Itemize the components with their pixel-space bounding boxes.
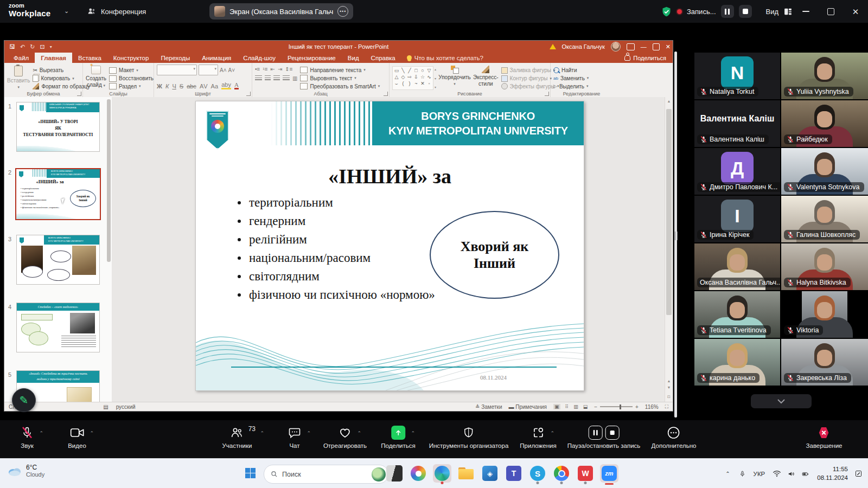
- participant-tile-закревська-ліза[interactable]: Закревська Ліза: [781, 339, 868, 386]
- toolbar-share-button[interactable]: ⌃Поделиться: [381, 425, 416, 449]
- slide-thumbnail-4[interactable]: Стейнбек – «поет знедолених»: [16, 303, 100, 352]
- dialog-launcher-icon[interactable]: [246, 92, 251, 96]
- participant-tile-валентина-каліш[interactable]: Валентина КалішВалентина Каліш: [694, 100, 780, 147]
- participant-tile-halyna-bitkivska[interactable]: Halyna Bitkivska: [781, 243, 868, 290]
- toolbar-host-tools-button[interactable]: Инструменты организатора: [429, 425, 509, 449]
- start-button[interactable]: [245, 468, 256, 478]
- ribbon-tab-конструктор[interactable]: Конструктор: [107, 53, 155, 63]
- layout-button[interactable]: Макет▾: [109, 67, 154, 74]
- participant-tile-yuliia-vyshnytska[interactable]: Yuliia Vyshnytska: [781, 53, 868, 99]
- slide-sorter-icon[interactable]: ⠿: [565, 404, 569, 409]
- annotation-pencil-tool[interactable]: ✎: [12, 388, 36, 412]
- toolbar-participants-button[interactable]: 73⌃Участники: [222, 425, 252, 449]
- new-slide-button[interactable]: Создатьслайд ▾: [86, 65, 106, 90]
- shape-5[interactable]: ▽: [426, 67, 432, 74]
- ribbon-tab-вставка[interactable]: Вставка: [72, 53, 107, 63]
- find-button[interactable]: Найти: [553, 66, 589, 74]
- ribbon-tab-переходы[interactable]: Переходы: [155, 53, 196, 63]
- font-style-button-1[interactable]: К: [165, 83, 169, 89]
- toolbar-more-button[interactable]: Дополнительно: [652, 425, 697, 449]
- pen-battery-icon[interactable]: [801, 470, 809, 478]
- tab-meeting[interactable]: Конференция: [87, 0, 146, 23]
- slideshow-view-icon[interactable]: ⬓: [583, 404, 588, 409]
- participant-tile-галина-шовкопляс[interactable]: Галина Шовкопляс: [781, 196, 868, 242]
- select-button[interactable]: ▷Выделить▾: [553, 82, 589, 90]
- ribbon-tab-слайд-шоу[interactable]: Слайд-шоу: [237, 53, 282, 63]
- grow-font-icon[interactable]: А˄: [220, 67, 227, 73]
- slide-oval-callout[interactable]: Хворий як Інший: [430, 211, 559, 299]
- participant-tile-райбедюк[interactable]: Райбедюк: [781, 100, 868, 147]
- shape-13[interactable]: (: [400, 80, 406, 87]
- slide-bullet-list[interactable]: територіальнимгендернимрелігійнимнаціона…: [238, 194, 435, 304]
- dialog-launcher-icon[interactable]: [77, 92, 81, 96]
- shape-8[interactable]: ⇨: [406, 74, 413, 80]
- gallery-collapse-button[interactable]: [751, 394, 812, 408]
- columns-icon[interactable]: ▥: [292, 75, 297, 81]
- shape-3[interactable]: □: [413, 67, 419, 74]
- text-direction-button[interactable]: Направление текста▾: [300, 66, 380, 74]
- ribbon-tab-файл[interactable]: Файл: [8, 53, 35, 63]
- format-painter-button[interactable]: Формат по образцу: [33, 82, 90, 90]
- thumbnail-scrollbar[interactable]: [107, 99, 111, 262]
- stop-recording-button[interactable]: [739, 5, 752, 18]
- align-right-icon[interactable]: [273, 75, 280, 81]
- slide-title[interactable]: «ІНШИЙ» за: [196, 164, 584, 188]
- toolbar-react-button[interactable]: ⌃Отреагировать: [323, 425, 367, 449]
- zoom-slider[interactable]: −+: [594, 404, 639, 410]
- view-layout-icon[interactable]: [783, 7, 793, 16]
- align-left-icon[interactable]: [255, 75, 262, 81]
- font-size-select[interactable]: [199, 65, 218, 75]
- align-text-button[interactable]: Выровнять текст▾: [300, 74, 380, 82]
- search-highlight-image[interactable]: [372, 467, 386, 481]
- chevron-up-icon[interactable]: ⌃: [90, 431, 94, 436]
- chevron-up-icon[interactable]: ⌃: [39, 431, 43, 436]
- slide-thumbnail-1[interactable]: КИЇВСЬКИЙ СТОЛИЧНИЙ УНІВЕРСИТЕТІМЕНІ БОР…: [16, 102, 100, 152]
- security-shield-icon[interactable]: [661, 6, 672, 17]
- taskbar-app-photos[interactable]: [385, 464, 404, 483]
- slide-thumbnail-3[interactable]: BORYS GRINCHENKOKYIV METROPOLITAN UNIVER…: [16, 235, 100, 285]
- cut-button[interactable]: ✂Вырезать: [33, 67, 90, 74]
- section-button[interactable]: Раздел▾: [109, 82, 154, 90]
- language-switcher[interactable]: УКР: [754, 471, 765, 477]
- font-style-button-6[interactable]: Аа: [211, 83, 219, 89]
- canvas-scrollbar[interactable]: ▲ ▲ ▼ ⊡: [665, 97, 673, 402]
- shape-17[interactable]: ◦: [426, 80, 432, 87]
- shape-15[interactable]: ~: [413, 80, 419, 87]
- font-style-button-0[interactable]: Ж: [157, 83, 162, 89]
- ribbon-tab-вид[interactable]: Вид: [342, 53, 365, 63]
- current-slide[interactable]: BORYS GRINCHENKO KYIV METROPOLITAN UNIVE…: [195, 101, 584, 391]
- toolbar-apps-button[interactable]: ⌃Приложения: [520, 425, 556, 449]
- zoom-percentage[interactable]: 116%: [645, 404, 659, 410]
- minimize-button[interactable]: [793, 0, 818, 23]
- warning-icon[interactable]: [550, 44, 556, 49]
- line-spacing-icon[interactable]: ⇕≡: [285, 66, 292, 72]
- ppt-close-button[interactable]: ✕: [666, 43, 671, 50]
- participant-tile-nataliya-torkut[interactable]: NNataliya Torkut: [694, 53, 780, 99]
- taskbar-app-teams[interactable]: T: [505, 464, 523, 483]
- tray-mic-icon[interactable]: [739, 470, 746, 478]
- dialog-launcher-icon[interactable]: [545, 92, 549, 96]
- toolbar-video-button[interactable]: ⌃Видео: [68, 425, 86, 449]
- shapes-gallery[interactable]: ▭╲╱□○▽△◇⇨⇩☆∿⌣()~✕◦: [392, 66, 433, 90]
- dialog-launcher-icon[interactable]: [384, 92, 388, 96]
- search-box[interactable]: Поиск: [264, 465, 388, 484]
- wifi-icon[interactable]: [773, 470, 781, 477]
- spellcheck-icon[interactable]: ▤: [103, 404, 108, 410]
- ribbon-tab-анимация[interactable]: Анимация: [196, 53, 237, 63]
- ribbon-tab-рецензирование[interactable]: Рецензирование: [282, 53, 342, 63]
- chevron-up-icon[interactable]: ⌃: [411, 431, 415, 436]
- arrange-button[interactable]: Упорядочить▾: [439, 65, 470, 90]
- shapes-scroll[interactable]: ▴▾▾: [435, 66, 436, 90]
- align-center-icon[interactable]: [265, 75, 271, 81]
- replace-button[interactable]: abЗаменить▾: [553, 74, 589, 82]
- taskbar-app-zoom[interactable]: zm: [600, 464, 618, 483]
- ppt-restore-button[interactable]: [653, 43, 660, 50]
- copy-button[interactable]: Копировать▾: [33, 75, 90, 82]
- font-name-select[interactable]: [157, 65, 197, 75]
- clock[interactable]: 11:55 08.11.2024: [817, 465, 848, 482]
- redo-icon[interactable]: ↻: [30, 43, 35, 50]
- chevron-up-icon[interactable]: ⌃: [260, 431, 264, 436]
- taskbar-app-mail[interactable]: ◈: [481, 464, 499, 483]
- shape-4[interactable]: ○: [419, 67, 426, 74]
- slide-thumbnail-panel[interactable]: 1 КИЇВСЬКИЙ СТОЛИЧНИЙ УНІВЕРСИТЕТІМЕНІ Б…: [4, 97, 112, 402]
